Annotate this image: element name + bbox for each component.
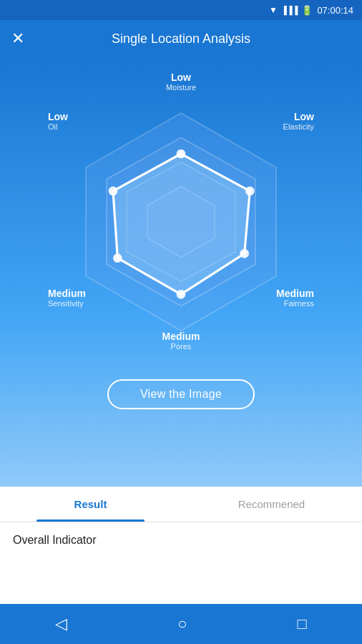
radar-label-elasticity: Low Elasticity <box>283 111 314 131</box>
tabs-container: Result Recommened <box>0 487 362 522</box>
status-icons: ▼ ▐▐▐ 🔋 <box>269 5 313 16</box>
svg-point-5 <box>177 150 186 159</box>
radar-chart-container: Low Moisture Low Elasticity Low Oil Medi… <box>45 72 317 372</box>
main-content: Low Moisture Low Elasticity Low Oil Medi… <box>0 57 362 487</box>
close-button[interactable]: ✕ <box>11 31 24 47</box>
tab-recommened[interactable]: Recommened <box>181 487 362 522</box>
recent-button[interactable]: □ <box>280 609 324 639</box>
radar-label-oil: Low Oil <box>48 111 68 131</box>
svg-point-7 <box>240 249 249 258</box>
overall-indicator-label: Overall Indicator <box>13 534 97 546</box>
svg-point-6 <box>245 187 255 196</box>
signal-icon: ▐▐▐ <box>281 6 298 14</box>
header: ✕ Single Location Analysis <box>0 20 362 57</box>
page-wrapper: ▼ ▐▐▐ 🔋 07:00:14 ✕ Single Location Analy… <box>0 0 362 644</box>
radar-label-moisture: Low Moisture <box>166 72 196 92</box>
battery-icon: 🔋 <box>301 5 313 16</box>
radar-label-fairness: Medium Fairness <box>276 288 314 308</box>
svg-point-9 <box>113 253 122 263</box>
radar-svg <box>45 72 317 372</box>
back-button[interactable]: ◁ <box>38 609 84 639</box>
wifi-icon: ▼ <box>269 5 278 15</box>
status-bar: ▼ ▐▐▐ 🔋 07:00:14 <box>0 0 362 20</box>
tab-result[interactable]: Result <box>0 487 181 522</box>
view-image-button[interactable]: View the Image <box>107 379 255 409</box>
status-time: 07:00:14 <box>317 5 353 16</box>
nav-bar: ◁ ○ □ <box>0 604 362 644</box>
radar-label-sensitivity: Medium Sensitivity <box>48 288 86 308</box>
svg-point-8 <box>177 290 186 299</box>
radar-label-pores: Medium Pores <box>162 331 200 351</box>
svg-point-10 <box>109 187 118 196</box>
home-button[interactable]: ○ <box>160 609 204 639</box>
header-title: Single Location Analysis <box>112 31 250 47</box>
panel-content: Overall Indicator <box>0 522 362 558</box>
